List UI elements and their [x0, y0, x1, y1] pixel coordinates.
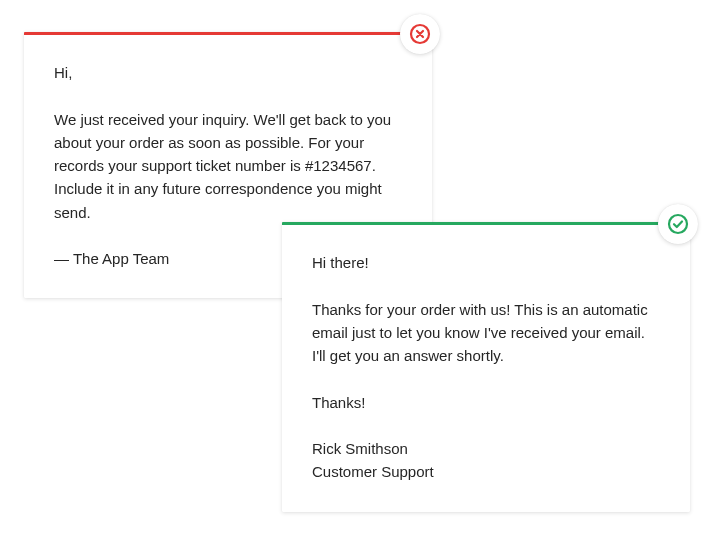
x-circle-badge [400, 14, 440, 54]
svg-point-1 [669, 215, 687, 233]
good-card-body: Hi there! Thanks for your order with us!… [282, 225, 690, 512]
x-circle-icon [408, 22, 432, 46]
good-example-card: Hi there! Thanks for your order with us!… [282, 222, 690, 512]
bad-body-text: We just received your inquiry. We'll get… [54, 108, 402, 224]
good-signer-title: Customer Support [312, 460, 660, 483]
good-signer-name: Rick Smithson [312, 437, 660, 460]
bad-greeting: Hi, [54, 61, 402, 84]
check-circle-icon [666, 212, 690, 236]
good-greeting: Hi there! [312, 251, 660, 274]
good-thanks: Thanks! [312, 391, 660, 414]
check-circle-badge [658, 204, 698, 244]
good-body-text: Thanks for your order with us! This is a… [312, 298, 660, 368]
